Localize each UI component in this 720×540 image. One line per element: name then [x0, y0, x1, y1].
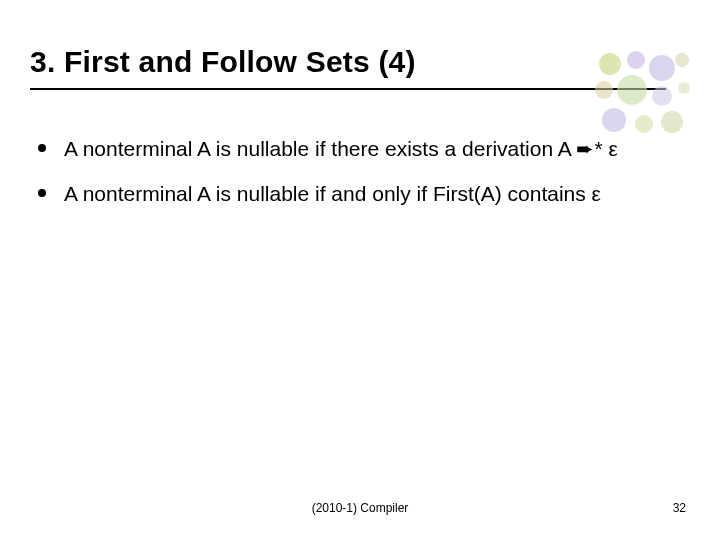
list-item: A nonterminal A is nullable if there exi… [38, 130, 672, 169]
svg-point-3 [675, 53, 689, 67]
svg-point-2 [649, 55, 675, 81]
slide-title: 3. First and Follow Sets (4) [30, 45, 416, 79]
svg-point-5 [617, 75, 647, 105]
footer-center: (2010-1) Compiler [0, 501, 720, 515]
svg-point-4 [595, 81, 613, 99]
list-item-text: A nonterminal A is nullable if and only … [64, 175, 672, 214]
bullet-icon [38, 144, 46, 152]
list-item: A nonterminal A is nullable if and only … [38, 175, 672, 214]
list-item-text: A nonterminal A is nullable if there exi… [64, 130, 672, 169]
svg-point-7 [678, 82, 690, 94]
title-underline [30, 88, 666, 90]
slide-body: A nonterminal A is nullable if there exi… [38, 130, 672, 220]
svg-point-0 [599, 53, 621, 75]
decorative-dots-icon [592, 50, 692, 142]
svg-point-6 [652, 86, 672, 106]
svg-point-8 [602, 108, 626, 132]
page-number: 32 [673, 501, 686, 515]
bullet-icon [38, 189, 46, 197]
slide: 3. First and Follow Sets (4) A nontermin… [0, 0, 720, 540]
svg-point-1 [627, 51, 645, 69]
